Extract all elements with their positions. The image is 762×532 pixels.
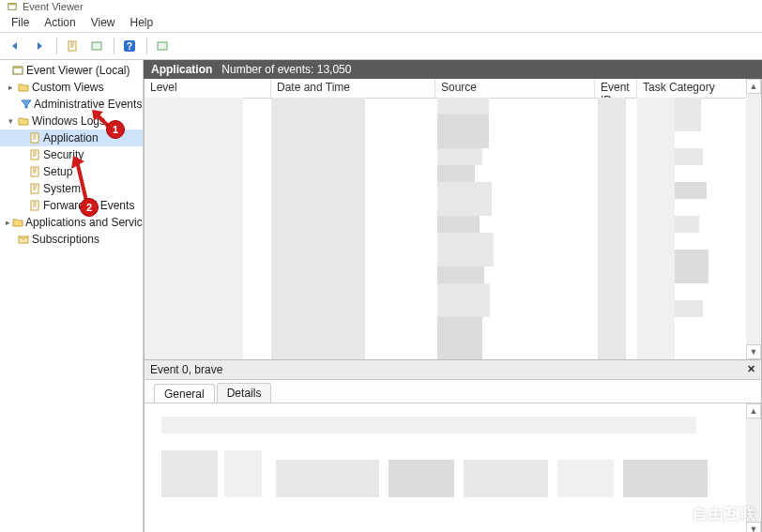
blurred-data	[675, 250, 709, 283]
detail-body: ▲ ▼	[145, 403, 761, 532]
toolbar-separator-2	[114, 38, 114, 54]
column-date[interactable]: Date and Time	[271, 79, 435, 98]
svg-rect-3	[92, 42, 101, 50]
tree-windows-logs[interactable]: ▾ Windows Logs	[0, 113, 143, 129]
blurred-data	[437, 182, 492, 216]
navigation-tree: Event Viewer (Local) ▸ Custom Views Admi…	[0, 60, 144, 532]
blurred-data	[437, 98, 489, 114]
column-level[interactable]: Level	[145, 79, 271, 98]
tree-label: System	[43, 182, 81, 195]
svg-rect-8	[13, 67, 23, 68]
blurred-data	[598, 98, 626, 359]
log-icon	[28, 131, 41, 144]
menu-view[interactable]: View	[84, 14, 123, 31]
tree-custom-views[interactable]: ▸ Custom Views	[0, 79, 143, 96]
log-header-count: Number of events: 13,050	[221, 63, 351, 76]
tree-forwarded-events[interactable]: Forwarded Events	[0, 197, 143, 214]
log-icon	[28, 182, 41, 195]
blurred-data	[437, 216, 480, 233]
log-icon	[28, 199, 41, 212]
log-icon	[28, 148, 41, 161]
expander-icon[interactable]: ▾	[6, 116, 15, 126]
back-button[interactable]	[4, 36, 26, 56]
blurred-data	[675, 216, 699, 233]
blurred-data	[437, 317, 482, 359]
detail-title-text: Event 0, brave	[150, 363, 222, 376]
blurred-data	[437, 266, 484, 283]
tree-subscriptions[interactable]: Subscriptions	[0, 231, 143, 248]
blurred-data	[271, 98, 365, 359]
close-detail-button[interactable]: ✕	[744, 362, 757, 375]
filter-button[interactable]	[85, 36, 108, 56]
toolbar: ?	[0, 33, 762, 60]
tree-root[interactable]: Event Viewer (Local)	[0, 62, 143, 79]
refresh-button[interactable]	[151, 36, 174, 56]
blurred-data	[437, 114, 489, 148]
column-event-id[interactable]: Event ID	[595, 79, 637, 98]
blurred-data	[464, 460, 548, 497]
blurred-data	[224, 450, 262, 497]
expander-icon[interactable]: ▸	[6, 218, 10, 227]
blurred-data	[145, 98, 243, 359]
tree-label: Applications and Services Lo	[25, 216, 144, 229]
tree-label: Administrative Events	[34, 98, 142, 111]
svg-text:?: ?	[127, 41, 132, 52]
tree-app-services[interactable]: ▸ Applications and Services Lo	[0, 214, 143, 231]
filter-view-icon	[21, 98, 32, 111]
properties-button[interactable]	[61, 36, 84, 56]
tree-label: Custom Views	[32, 81, 103, 94]
blurred-data	[161, 450, 218, 497]
scroll-up-icon[interactable]: ▲	[746, 403, 761, 418]
grid-header-row: Level Date and Time Source Event ID Task…	[145, 79, 761, 99]
tree-setup[interactable]: Setup	[0, 163, 143, 180]
tree-application[interactable]: Application	[0, 129, 143, 146]
column-task[interactable]: Task Category	[637, 79, 761, 98]
tab-general[interactable]: General	[154, 384, 215, 403]
grid-body[interactable]	[145, 98, 746, 359]
blurred-data	[637, 98, 675, 359]
menu-file[interactable]: File	[4, 14, 37, 31]
grid-scrollbar[interactable]: ▲ ▼	[746, 79, 761, 359]
column-source[interactable]: Source	[435, 79, 595, 98]
detail-tabs: General Details	[145, 380, 761, 403]
tree-label: Security	[43, 148, 84, 161]
scroll-down-icon[interactable]: ▼	[746, 522, 761, 532]
forward-button[interactable]	[28, 36, 51, 56]
eventviewer-icon	[11, 64, 24, 77]
scroll-down-icon[interactable]: ▼	[746, 344, 761, 359]
tree-administrative-events[interactable]: Administrative Events	[0, 96, 143, 113]
menu-help[interactable]: Help	[123, 14, 161, 31]
blurred-data	[437, 233, 494, 266]
event-detail-pane: Event 0, brave ✕ General Details ▲ ▼	[144, 360, 762, 532]
tab-details[interactable]: Details	[217, 383, 272, 403]
svg-rect-6	[158, 42, 167, 50]
tree-label: Forwarded Events	[43, 199, 134, 212]
window-titlebar: Event Viewer	[0, 0, 762, 13]
menu-action[interactable]: Action	[37, 14, 83, 31]
log-header-name: Application	[151, 63, 212, 76]
tree-system[interactable]: System	[0, 180, 143, 197]
blurred-data	[675, 300, 703, 317]
blurred-data	[437, 283, 490, 317]
log-header-bar: Application Number of events: 13,050	[144, 60, 762, 79]
blurred-data	[557, 460, 614, 497]
blurred-data	[675, 148, 703, 165]
content-area: Application Number of events: 13,050 Lev…	[144, 60, 762, 532]
svg-rect-1	[8, 4, 16, 6]
help-button[interactable]: ?	[118, 36, 141, 56]
blurred-data	[389, 460, 454, 497]
tree-security[interactable]: Security	[0, 146, 143, 163]
tree-label: Subscriptions	[32, 233, 99, 246]
tree-label: Application	[43, 131, 99, 144]
toolbar-separator	[56, 38, 57, 54]
tree-label: Setup	[43, 165, 72, 178]
folder-icon	[12, 216, 23, 229]
blurred-data	[675, 182, 707, 199]
events-grid[interactable]: Level Date and Time Source Event ID Task…	[144, 79, 762, 360]
scroll-up-icon[interactable]: ▲	[746, 79, 761, 94]
folder-open-icon	[17, 114, 30, 128]
expander-icon[interactable]: ▸	[6, 83, 15, 92]
detail-scrollbar[interactable]: ▲ ▼	[746, 403, 761, 532]
toolbar-separator-3	[146, 38, 147, 54]
blurred-data	[675, 98, 701, 131]
